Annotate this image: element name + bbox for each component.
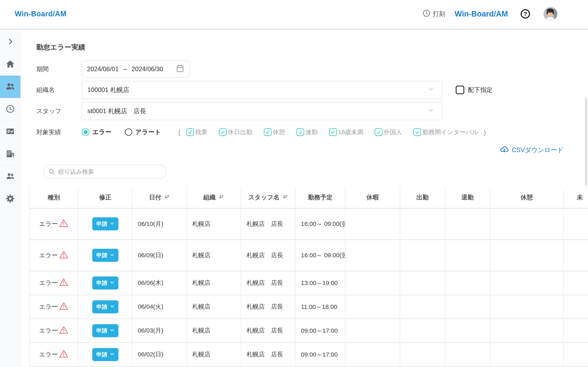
checkbox-checked-icon [375, 128, 382, 136]
apply-button[interactable]: 申請 [92, 300, 118, 313]
type-cell: エラー [29, 295, 78, 319]
break-cell [490, 208, 563, 240]
correction-cell: 申請 [78, 208, 132, 240]
sidebar-item-organization[interactable] [0, 143, 20, 165]
col-header-org-sortable[interactable]: 組織 [187, 187, 241, 208]
apply-button[interactable]: 申請 [92, 348, 118, 361]
radio-error[interactable]: エラー [82, 128, 112, 136]
product-name-link[interactable]: Win-Board/AM [455, 9, 508, 18]
clock-in-cell [400, 208, 445, 240]
sidebar-expand-button[interactable] [0, 31, 20, 53]
org-cell: 札幌店 [187, 240, 241, 271]
gear-icon [5, 194, 15, 204]
org-cell: 札幌店 [187, 208, 241, 240]
correction-cell: 申請 [78, 271, 132, 295]
paren-close: ) [484, 128, 486, 136]
extra-cell [563, 271, 588, 295]
staff-value: st0001 札幌店 店長 [87, 107, 146, 115]
search-input[interactable] [58, 168, 162, 175]
staff-cell: 札幌店 店長 [241, 319, 295, 342]
schedule-cell: 16:00～ 09:00(翌) [295, 208, 345, 240]
subordinate-checkbox-box [456, 86, 464, 94]
sidebar-item-settings[interactable] [0, 188, 20, 210]
target-checkbox[interactable]: 休日出勤 [219, 128, 252, 136]
sidebar-item-approvals[interactable] [0, 120, 20, 143]
target-checkbox[interactable]: 勤務間インターバル [414, 128, 478, 136]
subordinate-checkbox[interactable]: 配下指定 [456, 86, 493, 94]
checkbox-label: 休憩 [273, 128, 285, 136]
avatar[interactable] [544, 7, 557, 21]
col-header-schedule: 勤務予定 [295, 187, 345, 208]
radio-alert[interactable]: アラート [125, 128, 161, 136]
col-header-holiday: 休暇 [345, 187, 400, 208]
chevron-down-icon [110, 351, 114, 358]
col-header-staff-sortable[interactable]: スタッフ名 [241, 187, 295, 208]
target-checkbox[interactable]: 18歳未満 [329, 128, 363, 136]
extra-cell [563, 295, 588, 319]
sidebar-item-home[interactable] [0, 53, 20, 76]
checkbox-label: 勤務間インターバル [423, 128, 478, 136]
staff-label: スタッフ [36, 107, 82, 115]
target-checkbox[interactable]: 外国人 [375, 128, 402, 136]
organization-value: 100001 札幌店 [87, 86, 129, 94]
apply-button[interactable]: 申請 [92, 217, 118, 230]
organization-label: 組織名 [36, 86, 82, 94]
organization-select[interactable]: 100001 札幌店 [82, 81, 442, 99]
col-header-clock-out: 退勤 [445, 187, 490, 208]
clock-out-cell [445, 240, 490, 271]
radio-alert-label: アラート [135, 128, 161, 136]
type-cell: エラー [29, 208, 78, 240]
checkbox-checked-icon [414, 128, 421, 136]
schedule-cell: 11:00～18:00 [295, 295, 345, 319]
target-row: 対象実績 エラー アラート ( 残業 休日出勤 [29, 128, 588, 136]
break-cell [490, 342, 563, 366]
col-header-type: 種別 [29, 187, 78, 208]
org-cell: 札幌店 [187, 319, 241, 342]
staff-select[interactable]: st0001 札幌店 店長 [82, 102, 442, 120]
warning-triangle-icon [59, 219, 68, 229]
clock-in-cell [400, 271, 445, 295]
correction-cell: 申請 [78, 342, 132, 366]
extra-cell [563, 240, 588, 271]
apply-button[interactable]: 申請 [92, 276, 118, 290]
period-label: 期間 [36, 65, 82, 73]
csv-download-label: CSVダウンロード [512, 146, 563, 154]
table-row: エラー 申請 06/03(月) [29, 319, 588, 342]
clock-in-cell [400, 342, 445, 366]
sidebar-item-staff-list[interactable] [0, 165, 20, 188]
apply-button[interactable]: 申請 [92, 249, 118, 262]
period-separator: ～ [122, 65, 128, 73]
target-checkbox[interactable]: 休憩 [264, 128, 285, 136]
punch-clock-button[interactable]: 打刻 [423, 9, 445, 19]
sidebar-item-time[interactable] [0, 98, 20, 120]
target-checkbox[interactable]: 連勤 [296, 128, 318, 136]
org-cell: 札幌店 [187, 271, 241, 295]
cloud-download-icon [500, 145, 509, 156]
csv-download-link[interactable]: CSVダウンロード [500, 145, 563, 156]
apply-button[interactable]: 申請 [92, 324, 118, 337]
staff-cell: 札幌店 店長 [241, 240, 295, 271]
paren-open: ( [178, 128, 181, 136]
target-checkbox[interactable]: 残業 [186, 128, 208, 136]
sidebar-item-staff-management[interactable] [0, 76, 20, 98]
checkbox-checked-icon [186, 128, 194, 136]
schedule-cell: 13:00～19:00 [295, 271, 345, 295]
checkbox-label: 18歳未満 [338, 128, 363, 136]
main-content: 勤怠エラー実績 期間 2024/06/01 ～ 2024/06/30 組織名 [21, 31, 588, 367]
schedule-cell: 16:00～ 09:00(翌) [295, 240, 345, 271]
building-icon [6, 149, 15, 159]
search-box [44, 165, 166, 179]
checkbox-checked-icon [329, 128, 337, 136]
clock-out-cell [445, 295, 490, 319]
vertical-scrollbar-thumb[interactable] [585, 98, 587, 185]
app-logo[interactable]: Win-Board/AM [15, 9, 67, 18]
help-icon[interactable]: ? [521, 9, 530, 18]
clock-in-cell [400, 295, 445, 319]
date-cell: 06/04(火) [132, 295, 187, 319]
clock-out-cell [445, 319, 490, 342]
break-cell [490, 295, 563, 319]
clock-out-cell [445, 271, 490, 295]
period-range-field[interactable]: 2024/06/01 ～ 2024/06/30 [82, 60, 190, 78]
table-row: エラー 申請 06/02(日) [29, 342, 588, 366]
col-header-date-sortable[interactable]: 日付 [132, 187, 187, 208]
